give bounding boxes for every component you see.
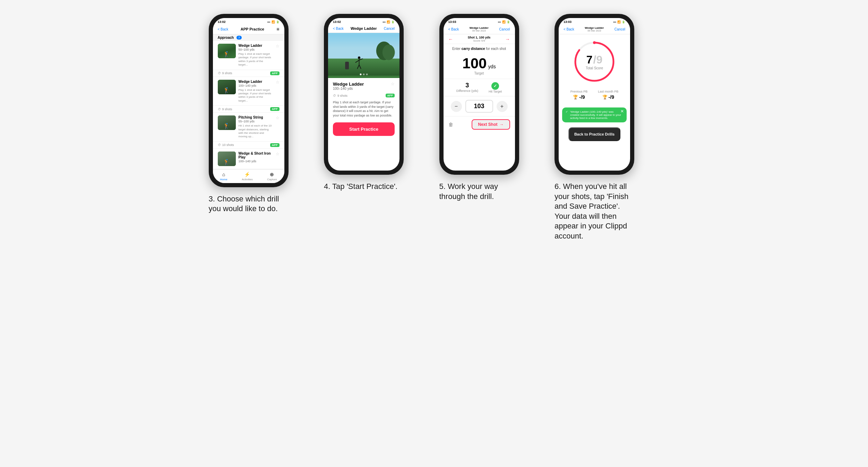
score-slash: /9 bbox=[593, 53, 603, 66]
start-practice-button[interactable]: Start Practice bbox=[333, 122, 395, 136]
drill-item-3[interactable]: Pitching String 55–100 yds Hit 1 shot at… bbox=[213, 113, 284, 142]
drill-info-1: Wedge Ladder 50–100 yds Play 1 shot at e… bbox=[239, 44, 273, 67]
back-button-1[interactable]: < Back bbox=[218, 27, 229, 31]
score-numerator: 7 bbox=[586, 53, 593, 66]
signal-icon-3: ▪▪▪ bbox=[498, 20, 501, 24]
app-badge-1: APP bbox=[270, 71, 279, 75]
drill-item-1[interactable]: Wedge Ladder 50–100 yds Play 1 shot at e… bbox=[213, 41, 284, 70]
hit-target-stat: ✓ Hit Target bbox=[489, 82, 502, 93]
drill-title-1: Wedge Ladder bbox=[239, 44, 273, 47]
nav-subtitle-3: 06 Mar 2023 bbox=[470, 29, 489, 32]
battery-icon-3: 🔋 bbox=[507, 20, 510, 24]
increment-button[interactable]: + bbox=[497, 101, 508, 112]
check-icon-toast: ✓ bbox=[566, 110, 568, 113]
star-icon-1[interactable]: ☆ bbox=[276, 44, 280, 49]
drill-yds-3: 55–100 yds bbox=[239, 120, 273, 123]
app-badge-detail-2: APP bbox=[386, 94, 395, 97]
phone-frame-1: 13:02 ▪▪▪ 📶 🔋 < Back APP Practice ≡ Appr… bbox=[209, 14, 289, 187]
drill-info-3: Pitching String 55–100 yds Hit 1 shot at… bbox=[239, 115, 273, 139]
prev-pb-number: -/9 bbox=[579, 94, 585, 100]
wifi-icon-2: 📶 bbox=[387, 20, 390, 24]
drill-title-2: Wedge Ladder bbox=[239, 80, 273, 84]
score-container-4: 7 /9 Total Score Previous PB 🏆 -/ bbox=[559, 34, 630, 105]
menu-icon-1[interactable]: ≡ bbox=[276, 26, 279, 32]
drill-title-3: Pitching String bbox=[239, 115, 273, 119]
app-badge-2: APP bbox=[270, 107, 279, 111]
drill-yds-1: 50–100 yds bbox=[239, 48, 273, 51]
drill-desc-2: Play 1 shot at each target yardage. If y… bbox=[239, 88, 273, 103]
drill-item-4[interactable]: Wedge & Short Iron Play 100–140 yds ☆ bbox=[213, 149, 284, 169]
shot-score-3: Score 5/9 bbox=[468, 39, 491, 42]
phone-inner-3: 13:03 ▪▪▪ 📶 🔋 < Back Wedge Ladder 06 Mar… bbox=[444, 18, 515, 171]
trash-icon-3[interactable]: 🗑 bbox=[448, 122, 453, 127]
section-header-1: Approach 7 bbox=[213, 34, 284, 41]
shots-detail-2: ⏱ 9 shots bbox=[333, 94, 347, 97]
back-to-drills-button[interactable]: Back to Practice Drills bbox=[568, 127, 620, 141]
home-icon: ⌂ bbox=[222, 172, 225, 177]
time-2: 13:02 bbox=[333, 20, 341, 24]
caption-4: 6. When you've hit all your shots, tap '… bbox=[555, 182, 634, 241]
phone-section-4: 13:03 ▪▪▪ 📶 🔋 < Back Wedge Ladder 06 Mar… bbox=[555, 14, 660, 241]
phone-inner-4: 13:03 ▪▪▪ 📶 🔋 < Back Wedge Ladder 06 Mar… bbox=[559, 18, 630, 171]
score-circle-wrap-4: 7 /9 Total Score bbox=[572, 39, 617, 84]
star-icon-2[interactable]: ☆ bbox=[276, 80, 280, 85]
svg-rect-1 bbox=[328, 59, 399, 76]
detail-card-header-2: Wedge Ladder 100–140 yds ☆ bbox=[333, 81, 395, 93]
phone-frame-4: 13:03 ▪▪▪ 📶 🔋 < Back Wedge Ladder 06 Mar… bbox=[555, 14, 634, 175]
activities-label: Activities bbox=[242, 178, 253, 181]
battery-icon: 🔋 bbox=[276, 20, 280, 24]
decrement-button[interactable]: − bbox=[451, 101, 462, 112]
score-label-4: Total Score bbox=[586, 66, 603, 70]
caption-1: 3. Choose which drill you would like to … bbox=[209, 194, 289, 214]
section-label-1: Approach bbox=[218, 36, 234, 40]
drill-thumb-4 bbox=[218, 152, 236, 166]
next-shot-button[interactable]: Next Shot → bbox=[472, 119, 510, 130]
star-icon-detail[interactable]: ☆ bbox=[391, 81, 395, 86]
cancel-button-4[interactable]: Cancel bbox=[615, 27, 625, 31]
prev-arrow-3[interactable]: ← bbox=[448, 36, 453, 42]
drill-thumb-3 bbox=[218, 115, 236, 130]
last-pb-value: 🏆 -/9 bbox=[598, 94, 618, 100]
toast-close-icon[interactable]: ✕ bbox=[620, 109, 624, 114]
nav-home[interactable]: ⌂ Home bbox=[220, 172, 227, 181]
nav-title-3: Wedge Ladder bbox=[470, 26, 489, 29]
star-icon-4[interactable]: ☆ bbox=[276, 152, 280, 156]
capture-label: Capture bbox=[267, 178, 277, 181]
star-icon-3[interactable]: ☆ bbox=[276, 115, 280, 120]
distance-input[interactable] bbox=[465, 100, 493, 113]
back-btn-wrap: Back to Practice Drills bbox=[559, 125, 630, 146]
nav-capture[interactable]: ⊕ Capture bbox=[267, 172, 277, 181]
drill-footer-1: ⏱ 9 shots APP bbox=[213, 70, 284, 77]
svg-point-4 bbox=[358, 57, 360, 59]
detail-card-2: Wedge Ladder 100–140 yds ☆ ⏱ 9 shots APP… bbox=[328, 78, 399, 139]
back-button-3[interactable]: < Back bbox=[448, 27, 459, 31]
phone-section-1: 13:02 ▪▪▪ 📶 🔋 < Back APP Practice ≡ Appr… bbox=[209, 14, 314, 214]
time-1: 13:02 bbox=[218, 20, 226, 24]
back-button-2[interactable]: < Back bbox=[333, 27, 344, 31]
activities-icon: ⚡ bbox=[244, 172, 250, 177]
time-4: 13:03 bbox=[564, 20, 571, 24]
drill-desc-3: Hit 1 shot at each of the 10 target dist… bbox=[239, 124, 273, 139]
battery-icon-4: 🔋 bbox=[622, 20, 625, 24]
hit-check-icon: ✓ bbox=[491, 82, 499, 90]
cancel-button-2[interactable]: Cancel bbox=[384, 27, 395, 31]
shot-label-3: Shot 1, 100 yds bbox=[468, 36, 491, 39]
time-3: 13:03 bbox=[448, 20, 456, 24]
cancel-button-3[interactable]: Cancel bbox=[499, 27, 510, 31]
nav-activities[interactable]: ⚡ Activities bbox=[242, 172, 253, 181]
back-button-4[interactable]: < Back bbox=[564, 27, 574, 31]
status-icons-1: ▪▪▪ 📶 🔋 bbox=[267, 20, 280, 24]
next-arrow-3[interactable]: → bbox=[505, 36, 510, 42]
drill-info-2: Wedge Ladder 100–140 yds Play 1 shot at … bbox=[239, 80, 273, 103]
nav-bar-4: < Back Wedge Ladder 06 Mar 2023 Cancel bbox=[559, 24, 630, 34]
toast-message: 'Wedge Ladder (100–140 yds)' was created… bbox=[570, 110, 623, 120]
detail-shots-row-2: ⏱ 9 shots APP bbox=[333, 94, 395, 97]
difference-value: 3 bbox=[456, 82, 478, 89]
stats-row-3: 3 Difference (yds) ✓ Hit Target bbox=[444, 79, 515, 96]
drill-item-2[interactable]: Wedge Ladder 100–140 yds Play 1 shot at … bbox=[213, 77, 284, 106]
status-bar-4: 13:03 ▪▪▪ 📶 🔋 bbox=[559, 18, 630, 24]
last-pb-number: -/9 bbox=[609, 94, 614, 100]
drill-footer-2: ⏱ 9 shots APP bbox=[213, 106, 284, 113]
trophy-icon-1: 🏆 bbox=[573, 95, 578, 100]
phone-inner-2: 13:02 ▪▪▪ 📶 🔋 < Back Wedge Ladder Cancel bbox=[328, 18, 399, 171]
